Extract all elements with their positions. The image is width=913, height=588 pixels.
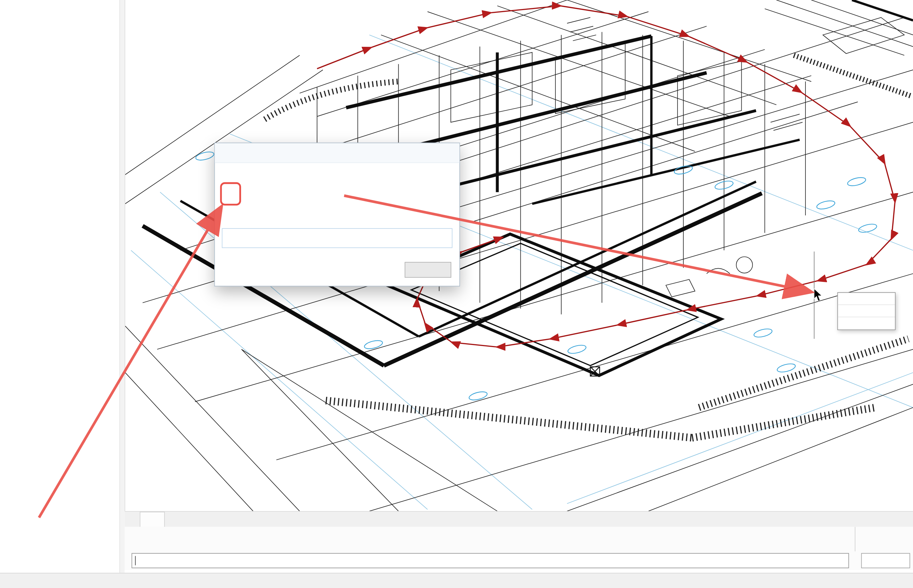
close-icon[interactable] <box>437 145 455 160</box>
tools-sidebar <box>0 0 119 573</box>
tooltip-dx-row <box>838 293 895 305</box>
dialog-option-load-last-camera-path[interactable] <box>222 228 453 248</box>
document-tabstrip <box>125 511 913 527</box>
command-input[interactable] <box>131 553 849 568</box>
command-line <box>125 551 913 570</box>
construction-panel <box>861 527 913 552</box>
coordinate-tooltip <box>837 292 896 330</box>
cancel-button[interactable] <box>405 262 451 278</box>
text-caret <box>135 556 136 565</box>
dialog-options <box>215 163 459 248</box>
dialog-option-select-camera-path[interactable] <box>222 184 240 204</box>
dialog-option-load-first-camera-path[interactable] <box>222 206 240 226</box>
application-window <box>0 0 913 588</box>
bottom-toolbar <box>125 527 913 552</box>
tooltip-dy-row <box>838 305 895 317</box>
scale-field[interactable] <box>861 553 910 568</box>
tab-design-model[interactable] <box>140 512 165 527</box>
sidebar-scrollbar[interactable] <box>119 0 125 573</box>
tooltip-angle-row <box>838 317 895 330</box>
camera-path-dialog <box>214 142 460 286</box>
status-bar <box>0 573 913 588</box>
cursor-pointer <box>814 289 822 301</box>
dialog-titlebar[interactable] <box>215 143 459 163</box>
